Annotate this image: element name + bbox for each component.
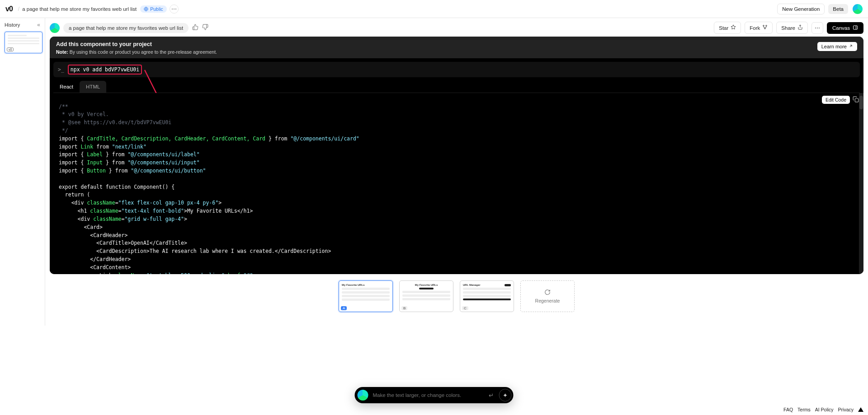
tab-html[interactable]: HTML	[80, 81, 106, 93]
command-highlight: npx v0 add bdVP7vwEU0i	[68, 65, 142, 75]
scrollbar[interactable]	[859, 93, 863, 274]
sidebar-title: History	[5, 22, 20, 28]
svg-point-3	[766, 25, 767, 27]
fork-button[interactable]: Fork	[745, 22, 773, 34]
breadcrumb-separator: /	[18, 6, 19, 12]
share-button[interactable]: Share	[776, 22, 808, 34]
preview-chip-c: C	[462, 306, 468, 310]
panel-header: Add this component to your project Note:…	[50, 37, 863, 58]
visibility-badge[interactable]: Public	[140, 5, 167, 13]
regenerate-button[interactable]: Regenerate	[520, 280, 575, 312]
canvas-button[interactable]: Canvas	[827, 22, 863, 34]
prompt-text: a page that help me store my favorites w…	[63, 23, 189, 33]
avatar[interactable]	[853, 4, 863, 14]
fork-icon	[762, 24, 768, 31]
thumbs-up-icon[interactable]	[192, 24, 198, 32]
share-label: Share	[781, 25, 795, 31]
preview-c[interactable]: URL Manager C	[460, 280, 514, 312]
history-thumbnail[interactable]: v0	[5, 32, 42, 53]
preview-chip-b: B	[401, 306, 407, 310]
preview-b[interactable]: My Favorite URLs B	[399, 280, 453, 312]
star-label: Star	[719, 25, 728, 31]
generation-toolbar: a page that help me store my favorites w…	[50, 22, 863, 34]
learn-more-button[interactable]: Learn more	[817, 42, 857, 51]
panel-note: Note: By using this code or product you …	[56, 49, 817, 55]
tab-react[interactable]: React	[53, 81, 80, 93]
svg-point-4	[764, 28, 766, 29]
more-button[interactable]: ⋯	[811, 22, 823, 34]
edit-code-button[interactable]: Edit Code	[822, 96, 850, 104]
canvas-label: Canvas	[832, 25, 850, 31]
visibility-label: Public	[150, 6, 163, 12]
dots-icon: ⋯	[171, 6, 177, 12]
main-column: a page that help me store my favorites w…	[45, 18, 868, 326]
star-button[interactable]: Star	[714, 22, 741, 34]
external-link-icon	[849, 44, 853, 49]
svg-marker-1	[731, 25, 736, 29]
svg-point-2	[763, 25, 764, 27]
collapse-icon[interactable]: «	[37, 22, 40, 28]
more-options-button[interactable]: ⋯	[170, 5, 179, 14]
panel-title: Add this component to your project	[56, 41, 817, 47]
panel-icon	[853, 25, 858, 31]
fork-label: Fork	[750, 25, 760, 31]
history-sidebar: History « v0	[0, 18, 45, 326]
code-viewport: Edit Code /** * v0 by Vercel. * @see htt…	[50, 93, 863, 274]
globe-icon	[144, 7, 148, 11]
install-command[interactable]: >_ npx v0 add bdVP7vwEU0i	[53, 62, 860, 77]
thumbs-down-icon[interactable]	[202, 24, 208, 32]
workspace: History « v0 a page that help me store m…	[0, 18, 868, 326]
code-tabs: React HTML	[53, 81, 860, 93]
avatar	[50, 23, 60, 33]
preview-strip: My Favorite URLs A My Favorite URLs B UR…	[50, 280, 863, 312]
preview-a[interactable]: My Favorite URLs A	[339, 280, 393, 312]
code-content[interactable]: /** * v0 by Vercel. * @see https://v0.de…	[50, 98, 863, 275]
beta-badge: Beta	[828, 4, 848, 14]
star-icon	[731, 24, 736, 31]
code-panel: Add this component to your project Note:…	[50, 37, 863, 274]
svg-rect-9	[855, 98, 859, 102]
logo[interactable]: v0	[5, 5, 13, 13]
dots-icon: ⋯	[815, 25, 820, 31]
breadcrumb[interactable]: a page that help me store my favorites w…	[22, 6, 137, 12]
copy-icon[interactable]	[853, 96, 859, 104]
new-generation-button[interactable]: New Generation	[777, 4, 825, 14]
regenerate-label: Regenerate	[535, 298, 560, 303]
preview-chip-a: A	[341, 306, 347, 310]
prompt-icon: >_	[58, 66, 64, 73]
refresh-icon	[544, 289, 551, 296]
share-icon	[797, 24, 803, 31]
thumbnail-badge: v0	[7, 47, 14, 51]
header-bar: v0 / a page that help me store my favori…	[0, 0, 868, 18]
svg-rect-6	[854, 26, 858, 29]
